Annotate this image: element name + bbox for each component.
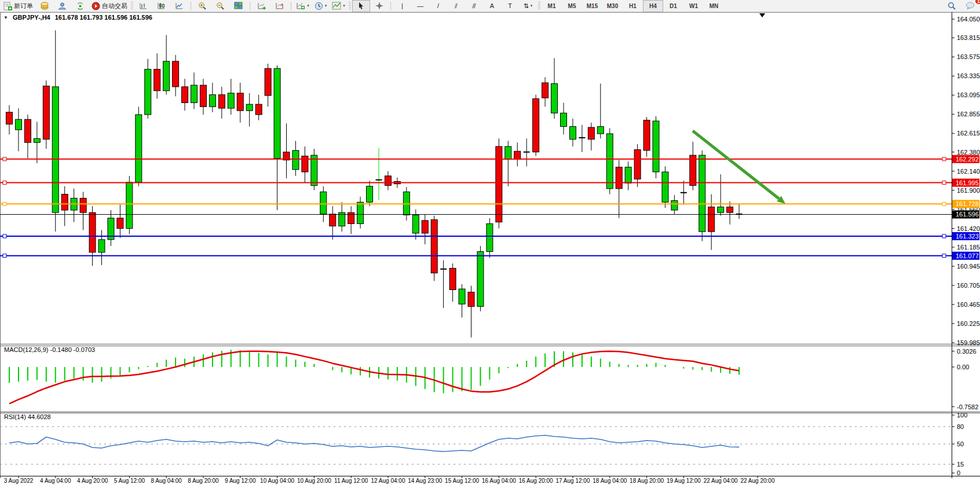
vertical-line-tool-button[interactable]: | [393, 0, 411, 12]
macd-signal-line [9, 351, 739, 404]
svg-text:22 Aug 20:00: 22 Aug 20:00 [741, 478, 775, 484]
macd-layer [9, 350, 739, 403]
timeframe-w1-button[interactable]: W1 [683, 0, 704, 12]
hline-handle[interactable] [3, 234, 6, 238]
auto-trading-icon [92, 2, 100, 10]
main-toolbar: 新订单 自动交易 ▾ ▾ [0, 0, 980, 12]
chart-shift-marker-icon[interactable] [759, 13, 765, 17]
svg-text:161.596: 161.596 [956, 211, 979, 218]
svg-text:161.900: 161.900 [957, 187, 980, 194]
indicators-button[interactable]: ▾ [294, 0, 312, 12]
auto-scroll-button[interactable] [253, 0, 270, 12]
svg-text:15: 15 [957, 461, 964, 468]
svg-text:160.705: 160.705 [957, 282, 980, 289]
svg-text:18 Aug 04:00: 18 Aug 04:00 [593, 478, 627, 484]
bar-chart-button[interactable] [134, 0, 152, 12]
signals-button[interactable] [71, 0, 89, 12]
svg-text:0.3026: 0.3026 [957, 348, 977, 355]
rsi-line [9, 435, 739, 452]
timeframe-m30-button[interactable]: M30 [602, 0, 623, 12]
chat-button[interactable]: 1 [961, 0, 979, 12]
timeframe-m15-button[interactable]: M15 [582, 0, 602, 12]
crosshair-tool-button[interactable] [370, 0, 388, 12]
tile-windows-button[interactable] [229, 0, 247, 12]
line-chart-button[interactable] [170, 0, 188, 12]
chart-shift-icon [275, 2, 284, 10]
hline-handle[interactable] [942, 181, 946, 185]
svg-text:3 Aug 2022: 3 Aug 2022 [4, 478, 34, 484]
fibonacci-tool-button[interactable]: ⫻ [465, 0, 483, 12]
chart-menu-arrow-icon[interactable]: ▼ [3, 15, 8, 20]
svg-text:163.095: 163.095 [957, 91, 980, 98]
svg-text:11 Aug 12:00: 11 Aug 12:00 [334, 478, 368, 484]
svg-text:80: 80 [957, 423, 964, 430]
svg-text:100: 100 [957, 412, 967, 419]
caret-down-icon: ▾ [307, 3, 309, 8]
svg-text:160.225: 160.225 [957, 320, 980, 327]
svg-text:163.335: 163.335 [957, 72, 980, 79]
macd-panel-divider[interactable] [0, 343, 952, 346]
svg-text:164.050: 164.050 [957, 16, 980, 23]
toolbar-grip[interactable] [538, 2, 540, 10]
gold-coins-icon [40, 2, 49, 10]
svg-text:162.292: 162.292 [956, 156, 979, 163]
templates-button[interactable]: ▾ [330, 0, 348, 12]
trendline-tool-button[interactable]: / [429, 0, 447, 12]
text-label-tool-button[interactable]: T [501, 0, 519, 12]
svg-text:9 Aug 12:00: 9 Aug 12:00 [225, 478, 256, 484]
hline-handle[interactable] [942, 157, 946, 161]
horizontal-line-tool-button[interactable]: — [411, 0, 429, 12]
hline-handle[interactable] [3, 254, 6, 258]
new-order-label: 新订单 [14, 2, 33, 10]
svg-text:162.140: 162.140 [957, 168, 980, 175]
svg-text:19 Aug 12:00: 19 Aug 12:00 [667, 478, 701, 484]
equidistant-channel-tool-button[interactable]: ⫽ [447, 0, 465, 12]
hline-handle[interactable] [3, 157, 6, 161]
zoom-out-button[interactable] [211, 0, 229, 12]
candles-layer [6, 30, 743, 337]
svg-text:163.575: 163.575 [957, 53, 980, 60]
candlestick-chart-button[interactable] [152, 0, 170, 12]
periods-button[interactable]: ▾ [312, 0, 330, 12]
trend-arrow[interactable] [693, 131, 785, 204]
svg-text:16 Aug 20:00: 16 Aug 20:00 [519, 478, 553, 484]
zoom-in-button[interactable] [193, 0, 211, 12]
cursor-tool-button[interactable] [352, 0, 370, 12]
hline-handle[interactable] [3, 181, 6, 185]
chat-icon [966, 2, 975, 10]
market-watch-button[interactable] [35, 0, 53, 12]
timeframe-mn-button[interactable]: MN [704, 0, 724, 12]
chart-shift-button[interactable] [270, 0, 288, 12]
timeframe-h4-button[interactable]: H4 [643, 0, 663, 12]
svg-text:4 Aug 04:00: 4 Aug 04:00 [40, 478, 71, 484]
rsi-panel-divider[interactable] [0, 410, 952, 413]
timeframe-m5-button[interactable]: M5 [562, 0, 582, 12]
toolbar-grip[interactable] [131, 2, 133, 10]
timeframe-d1-button[interactable]: D1 [663, 0, 683, 12]
svg-text:0: 0 [957, 469, 960, 476]
new-order-button[interactable]: 新订单 [1, 0, 35, 12]
auto-trading-button[interactable]: 自动交易 [89, 0, 130, 12]
search-icon [948, 2, 956, 10]
macd-indicator-label: MACD(12,26,9) -0.1480 -0.0703 [4, 346, 95, 353]
community-button[interactable] [53, 0, 71, 12]
hline-handle[interactable] [942, 234, 946, 238]
svg-text:17 Aug 12:00: 17 Aug 12:00 [556, 478, 590, 484]
cursor-icon [357, 2, 365, 10]
time-axis: 3 Aug 20224 Aug 04:004 Aug 20:005 Aug 12… [4, 476, 775, 484]
search-button[interactable] [943, 0, 961, 12]
svg-text:14 Aug 23:00: 14 Aug 23:00 [408, 478, 442, 484]
text-tool-button[interactable]: A [483, 0, 501, 12]
chart-canvas[interactable]: 164.050163.815163.575163.335163.095162.8… [0, 0, 980, 488]
hline-handle[interactable] [3, 202, 6, 206]
clock-icon [315, 2, 323, 10]
timeframe-m1-button[interactable]: M1 [542, 0, 562, 12]
hline-handle[interactable] [942, 254, 946, 258]
hline-handle[interactable] [942, 202, 946, 206]
svg-text:15 Aug 12:00: 15 Aug 12:00 [445, 478, 479, 484]
toolbar-grip[interactable] [349, 2, 351, 10]
arrows-tool-button[interactable]: ⇅ ▾ [519, 0, 537, 12]
chart-symbol: GBPJPY-,H4 [13, 14, 50, 21]
timeframe-h1-button[interactable]: H1 [623, 0, 643, 12]
level-lines-layer[interactable] [0, 157, 952, 258]
